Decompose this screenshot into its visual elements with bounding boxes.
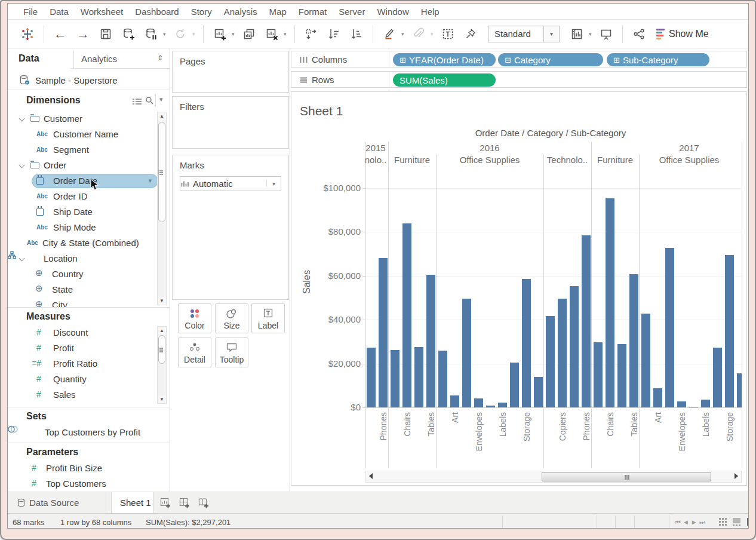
clear-sheet-caret-icon[interactable]: ▾	[284, 31, 290, 37]
tab-data[interactable]: Data	[19, 53, 39, 64]
bar-2016-paper[interactable]	[510, 363, 519, 407]
dimensions-scrollbar[interactable]: ▲▼	[157, 112, 167, 305]
pill-sub-category[interactable]: ⊞Sub-Category	[607, 53, 709, 66]
show-sheet-sorter-icon[interactable]	[718, 517, 727, 526]
category-header[interactable]: Office Supplies	[659, 155, 720, 165]
field-state[interactable]: ⊕State	[8, 282, 157, 297]
bar-2017-storage[interactable]	[725, 255, 734, 407]
new-worksheet-tab-button[interactable]	[158, 496, 173, 510]
year-header-2016[interactable]: 2016	[480, 143, 499, 153]
pill-sum-sales-[interactable]: SUM(Sales)	[393, 73, 496, 87]
scroll-up-icon[interactable]: ▲	[158, 112, 166, 120]
show-filmstrip-icon[interactable]	[732, 517, 742, 526]
tab-data-source[interactable]: Data Source	[9, 492, 106, 514]
bar-2017-supplies[interactable]	[737, 373, 742, 407]
share-button[interactable]	[629, 24, 649, 44]
field-segment[interactable]: AbcSegment	[8, 142, 157, 158]
bar-2015-phones[interactable]	[379, 258, 388, 407]
bar-2017-chairs[interactable]	[606, 198, 614, 407]
mark-button-detail[interactable]: Detail	[178, 338, 211, 367]
measure-quantity[interactable]: #Quantity	[8, 372, 157, 387]
save-button[interactable]	[96, 24, 116, 44]
new-story-tab-button[interactable]	[196, 496, 211, 510]
search-icon[interactable]	[145, 96, 153, 106]
expander-chevron-icon[interactable]	[19, 256, 25, 262]
pill-category[interactable]: ⊟Category	[498, 53, 603, 66]
field-country[interactable]: ⊕Country	[8, 266, 157, 282]
axis-label-envelopes[interactable]: Envelopes	[677, 412, 687, 451]
scroll-left-icon[interactable]	[369, 473, 373, 479]
field-order[interactable]: Order	[8, 158, 157, 173]
bar-2017-art[interactable]	[653, 388, 662, 407]
scrollbar-thumb[interactable]	[542, 472, 711, 481]
bar-2016-tables[interactable]	[426, 275, 435, 407]
columns-shelf[interactable]: Columns ⊞YEAR(Order Date)⊟Category⊞Sub-C…	[291, 51, 747, 68]
bar-2017-furnishings[interactable]	[617, 344, 626, 407]
plus-expand-icon[interactable]: ⊞	[613, 56, 620, 65]
swap-rows-columns-button[interactable]	[301, 24, 321, 44]
new-worksheet-caret-icon[interactable]: ▾	[232, 31, 238, 37]
field-order-id[interactable]: AbcOrder ID	[8, 189, 157, 204]
clear-sheet-button[interactable]	[262, 24, 282, 44]
tableau-logo-icon[interactable]	[17, 24, 38, 44]
redo-button[interactable]: →	[73, 24, 93, 44]
plus-expand-icon[interactable]: ⊞	[399, 56, 406, 65]
category-header[interactable]: Furniture	[597, 155, 633, 165]
menu-item-dashboard[interactable]: Dashboard	[129, 4, 185, 19]
menu-item-analysis[interactable]: Analysis	[218, 4, 263, 19]
horizontal-scrollbar[interactable]	[365, 471, 742, 483]
measure-discount[interactable]: #Discount	[8, 325, 157, 340]
undo-button[interactable]: ←	[50, 24, 70, 44]
bar-2015-machines[interactable]	[367, 348, 376, 407]
fit-selector-caret-icon[interactable]: ▾	[543, 26, 559, 42]
panel-divider[interactable]	[290, 48, 290, 492]
fit-selector[interactable]: Standard ▾	[488, 26, 560, 42]
sheet-navigation-icons[interactable]: ⏮◄►⏭	[675, 518, 707, 526]
year-header-2015[interactable]: 2015	[365, 143, 385, 153]
menu-item-help[interactable]: Help	[415, 4, 445, 19]
axis-label-storage[interactable]: Storage	[725, 412, 735, 441]
presentation-mode-button[interactable]	[596, 24, 616, 44]
category-header[interactable]: Technolo..	[547, 155, 588, 165]
scroll-up-icon[interactable]: ▲	[158, 327, 166, 335]
bar-2016-furnishings[interactable]	[414, 347, 423, 407]
duplicate-sheet-button[interactable]	[239, 24, 259, 44]
show-hide-cards-button[interactable]	[567, 24, 587, 44]
swap-panes-icon[interactable]: ⇕	[157, 54, 163, 62]
bar-2016-accessories[interactable]	[546, 316, 555, 407]
menu-item-worksheet[interactable]: Worksheet	[75, 4, 129, 19]
new-worksheet-button[interactable]	[210, 24, 230, 44]
mark-button-size[interactable]: Size	[215, 303, 248, 333]
expander-chevron-icon[interactable]	[19, 162, 25, 168]
axis-label-storage[interactable]: Storage	[522, 412, 531, 441]
measures-scrollbar[interactable]: ▲▼	[157, 326, 167, 404]
year-header-2017[interactable]: 2017	[679, 143, 699, 153]
scroll-down-icon[interactable]: ▼	[158, 297, 166, 305]
bar-2016-fasteners[interactable]	[486, 406, 495, 407]
field-city-state-combined-[interactable]: AbcCity & State (Combined)	[8, 235, 157, 251]
bar-2017-tables[interactable]	[629, 274, 638, 407]
bar-2016-bookcases[interactable]	[391, 350, 399, 407]
pause-updates-caret-icon[interactable]: ▾	[163, 31, 169, 37]
view-as-list-icon[interactable]	[133, 97, 142, 107]
axis-label-phones[interactable]: Phones	[582, 412, 591, 440]
pause-auto-updates-button[interactable]	[141, 24, 161, 44]
menu-item-window[interactable]: Window	[371, 4, 414, 19]
sort-ascending-button[interactable]	[324, 24, 344, 44]
axis-label-envelopes[interactable]: Envelopes	[474, 412, 484, 451]
bar-2016-envelopes[interactable]	[474, 398, 483, 407]
tab-analytics[interactable]: Analytics	[81, 54, 117, 64]
bar-2016-chairs[interactable]	[402, 223, 411, 407]
parameter-profit-bin-size[interactable]: #Profit Bin Size	[8, 461, 157, 476]
new-data-source-button[interactable]	[118, 24, 139, 44]
bar-2017-bookcases[interactable]	[594, 342, 603, 407]
bar-2017-paper[interactable]	[713, 348, 722, 407]
field-caret-icon[interactable]: ▾	[148, 177, 152, 185]
mark-button-label[interactable]: Label	[251, 303, 285, 333]
bar-2016-phones[interactable]	[582, 235, 591, 407]
parameter-top-customers[interactable]: #Top Customers	[8, 476, 157, 492]
bar-2016-binders[interactable]	[462, 299, 471, 407]
bar-2017-labels[interactable]	[701, 400, 710, 407]
rows-shelf[interactable]: Rows SUM(Sales)	[291, 71, 747, 88]
bar-2016-storage[interactable]	[522, 279, 531, 407]
